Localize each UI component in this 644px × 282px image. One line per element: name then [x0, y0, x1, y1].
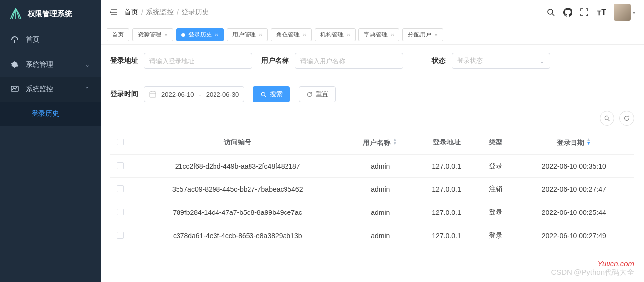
tab-loginhistory[interactable]: 登录历史× — [176, 28, 224, 41]
login-history-table: 访问编号 用户名称▲▼ 登录地址 类型 登录日期▲▼ 21cc2f68-d2bd… — [110, 131, 634, 247]
filter-bar: 登录地址 用户名称 状态 登录状态 ⌄ 登录时间 — [110, 53, 634, 102]
cell-addr: 127.0.0.1 — [416, 178, 477, 201]
table-search-button[interactable] — [600, 111, 614, 126]
filter-time-label: 登录时间 — [110, 90, 138, 99]
github-icon[interactable] — [563, 8, 572, 17]
select-all-checkbox[interactable] — [117, 139, 124, 145]
sidebar-item-home[interactable]: 首页 — [0, 28, 101, 52]
brand: 权限管理系统 — [0, 0, 101, 28]
th-addr[interactable]: 登录地址 — [416, 131, 477, 155]
cell-type: 登录 — [477, 155, 514, 178]
th-user[interactable]: 用户名称▲▼ — [345, 131, 416, 155]
fullscreen-icon[interactable] — [580, 8, 589, 17]
table-row: 3557ac09-8298-445c-bb27-7babeac95462admi… — [110, 178, 634, 201]
sidebar-item-label: 登录历史 — [32, 109, 59, 118]
close-icon[interactable]: × — [434, 32, 438, 38]
chevron-down-icon: ⌄ — [85, 61, 90, 68]
svg-rect-2 — [150, 92, 156, 97]
tab-org[interactable]: 机构管理× — [315, 28, 356, 41]
tab-label: 分配用户 — [408, 31, 431, 39]
close-icon[interactable]: × — [259, 32, 262, 38]
filter-status-label: 状态 — [432, 56, 446, 65]
breadcrumb-home[interactable]: 首页 — [124, 8, 138, 17]
svg-point-1 — [548, 9, 553, 14]
filter-user-input[interactable] — [295, 53, 403, 69]
tab-role[interactable]: 角色管理× — [271, 28, 312, 41]
close-icon[interactable]: × — [164, 32, 168, 38]
cell-date: 2022-06-10 00:25:44 — [513, 201, 634, 224]
cell-addr: 127.0.0.1 — [416, 155, 477, 178]
sidebar-item-label: 首页 — [26, 35, 39, 44]
reset-button[interactable]: 重置 — [299, 86, 336, 102]
chevron-down-icon: ⌄ — [539, 57, 545, 65]
avatar — [614, 4, 631, 21]
filter-daterange[interactable]: 2022-06-10 - 2022-06-30 — [144, 86, 244, 102]
breadcrumb-monitor[interactable]: 系统监控 — [146, 8, 174, 17]
row-checkbox[interactable] — [117, 232, 124, 239]
calendar-icon — [149, 91, 156, 98]
select-placeholder: 登录状态 — [457, 56, 483, 65]
refresh-icon — [306, 91, 313, 98]
cell-type: 登录 — [477, 201, 514, 224]
date-end: 2022-06-30 — [206, 91, 239, 98]
sidebar-item-sysmgmt[interactable]: 系统管理 ⌄ — [0, 52, 101, 77]
svg-point-4 — [605, 116, 608, 120]
sort-icon: ▲▼ — [586, 138, 591, 145]
cell-addr: 127.0.0.1 — [416, 224, 477, 247]
brand-title: 权限管理系统 — [28, 9, 72, 19]
row-checkbox[interactable] — [117, 185, 124, 192]
dashboard-icon — [11, 36, 19, 44]
breadcrumb-sep: / — [177, 8, 179, 16]
cell-date: 2022-06-10 00:27:47 — [513, 178, 634, 201]
tab-assign[interactable]: 分配用户× — [402, 28, 443, 41]
button-label: 重置 — [316, 90, 328, 99]
row-checkbox[interactable] — [117, 162, 124, 169]
cell-user: admin — [345, 201, 416, 224]
menu-toggle-icon[interactable] — [109, 8, 118, 17]
cell-user: admin — [345, 178, 416, 201]
sidebar-item-label: 系统管理 — [26, 60, 53, 69]
search-button[interactable]: 搜索 — [253, 86, 290, 102]
chevron-up-icon: ⌃ — [85, 86, 90, 93]
sidebar-item-loginhistory[interactable]: 登录历史 — [0, 102, 101, 126]
tab-label: 首页 — [112, 31, 124, 39]
close-icon[interactable]: × — [303, 32, 306, 38]
close-icon[interactable]: × — [347, 32, 350, 38]
tabs-bar: 首页 资源管理× 登录历史× 用户管理× 角色管理× 机构管理× 字典管理× 分… — [101, 25, 644, 45]
cell-user: admin — [345, 155, 416, 178]
active-dot-icon — [181, 33, 185, 37]
table-refresh-button[interactable] — [619, 111, 634, 126]
cell-id: 789fb284-14d4-47a7-b5d8-8a99b49ce7ac — [130, 201, 345, 224]
main: 首页 / 系统监控 / 登录历史 ᴛT ▾ 首页 资源管理× 登录历史× 用 — [101, 0, 644, 282]
table-actions — [110, 111, 634, 126]
tab-resource[interactable]: 资源管理× — [132, 28, 173, 41]
monitor-icon — [11, 85, 19, 93]
sidebar: 权限管理系统 首页 系统管理 ⌄ 系统监控 ⌃ 登录历史 — [0, 0, 101, 282]
th-type[interactable]: 类型 — [477, 131, 514, 155]
button-label: 搜索 — [270, 90, 283, 99]
close-icon[interactable]: × — [215, 32, 218, 38]
search-icon[interactable] — [546, 8, 555, 17]
cell-type: 登录 — [477, 224, 514, 247]
th-date[interactable]: 登录日期▲▼ — [513, 131, 634, 155]
table-row: 21cc2f68-d2bd-449b-aa83-2fc48f482187admi… — [110, 155, 634, 178]
tab-dict[interactable]: 字典管理× — [358, 28, 399, 41]
sort-icon: ▲▼ — [393, 138, 397, 145]
tab-label: 登录历史 — [188, 31, 212, 39]
cell-date: 2022-06-10 00:27:49 — [513, 224, 634, 247]
th-id[interactable]: 访问编号 — [130, 131, 345, 155]
filter-status-select[interactable]: 登录状态 ⌄ — [452, 53, 550, 69]
close-icon[interactable]: × — [391, 32, 394, 38]
sidebar-item-label: 系统监控 — [26, 85, 53, 94]
fontsize-icon[interactable]: ᴛT — [597, 8, 606, 17]
tab-user[interactable]: 用户管理× — [227, 28, 268, 41]
filter-addr-label: 登录地址 — [110, 56, 138, 65]
user-menu[interactable]: ▾ — [614, 4, 635, 21]
cell-date: 2022-06-10 00:35:10 — [513, 155, 634, 178]
breadcrumb-sep: / — [141, 8, 143, 16]
filter-addr-input[interactable] — [144, 53, 252, 69]
breadcrumb: 首页 / 系统监控 / 登录历史 — [124, 8, 540, 17]
tab-home[interactable]: 首页 — [107, 28, 129, 41]
row-checkbox[interactable] — [117, 209, 124, 215]
sidebar-item-sysmonitor[interactable]: 系统监控 ⌃ — [0, 77, 101, 102]
